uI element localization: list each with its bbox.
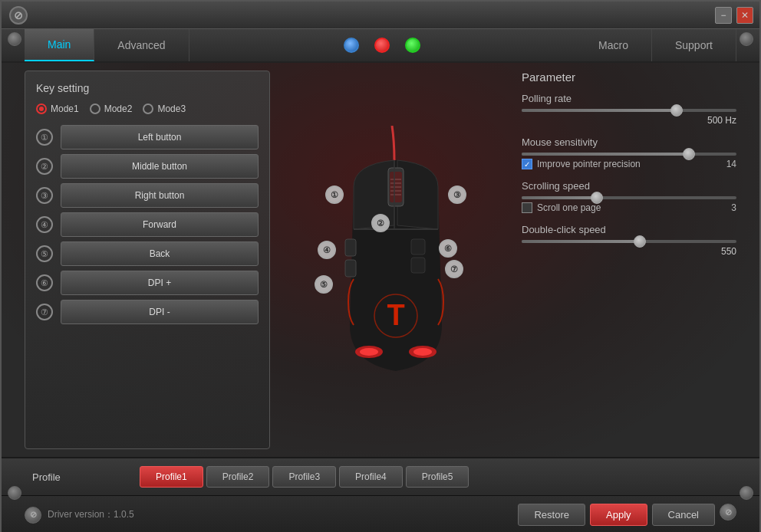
improve-pointer-checkbox[interactable] [522, 159, 532, 169]
scrolling-speed-label: Scrolling speed [522, 180, 736, 192]
tab-support[interactable]: Support [652, 29, 736, 61]
dpi-minus-btn[interactable]: DPI - [61, 300, 259, 324]
screw-tl [8, 32, 21, 46]
scroll-one-page-checkbox[interactable] [522, 202, 532, 213]
nav-dots [189, 29, 575, 61]
sensitivity-thumb[interactable] [683, 148, 695, 160]
dpi-plus-btn[interactable]: DPI + [61, 271, 259, 295]
mode1-label: Mode1 [51, 103, 79, 114]
btn-num-1: ① [36, 129, 53, 146]
mouse-label-6: ⑥ [439, 239, 457, 258]
button-list: ① Left button ② Middle button ③ Right bu… [36, 125, 259, 324]
right-button-btn[interactable]: Right button [61, 183, 259, 208]
footer-buttons: Restore Apply Cancel ⊘ [518, 504, 736, 526]
mouse-label-7: ⑦ [445, 260, 463, 278]
profile3-tab[interactable]: Profile3 [272, 466, 336, 488]
btn-num-4: ④ [36, 216, 53, 233]
button-row-6: ⑥ DPI + [36, 271, 259, 295]
footer-bar: ⊘ Driver version：1.0.5 Restore Apply Can… [2, 495, 759, 532]
center-panel: T ① ② ③ ④ ⑤ ⑥ ⑦ [278, 71, 514, 449]
mouse-label-1: ① [325, 186, 344, 204]
mode2-radio[interactable]: Mode2 [90, 103, 133, 114]
mode2-radio-circle [90, 103, 100, 114]
polling-rate-value: 500 Hz [522, 115, 736, 126]
mode1-radio-circle [36, 103, 47, 114]
profile1-tab[interactable]: Profile1 [140, 466, 203, 488]
window-controls: − ✕ [715, 7, 753, 24]
btn-num-3: ③ [36, 187, 53, 204]
mode2-label: Mode2 [104, 103, 133, 114]
svg-text:T: T [387, 299, 404, 331]
svg-point-14 [360, 348, 378, 356]
btn-num-6: ⑥ [36, 274, 53, 291]
svg-rect-10 [411, 239, 425, 255]
dot-green[interactable] [405, 38, 420, 53]
minimize-button[interactable]: − [715, 7, 732, 24]
profile2-tab[interactable]: Profile2 [206, 466, 270, 488]
double-click-slider[interactable] [522, 240, 736, 243]
double-click-thumb[interactable] [634, 235, 646, 248]
btn-num-5: ⑤ [36, 245, 53, 262]
tab-main[interactable]: Main [25, 29, 94, 61]
sensitivity-slider[interactable] [522, 153, 736, 156]
improve-pointer-label: Improve pointer precision [537, 159, 722, 169]
mode1-radio[interactable]: Mode1 [36, 103, 79, 114]
footer-icon-left: ⊘ [25, 507, 41, 524]
btn-num-2: ② [36, 158, 53, 175]
dot-blue[interactable] [344, 38, 359, 53]
polling-rate-thumb[interactable] [670, 104, 683, 117]
nav-bar: Main Advanced Macro Support [2, 29, 759, 63]
btn-num-7: ⑦ [36, 304, 53, 320]
profile5-tab[interactable]: Profile5 [406, 466, 469, 488]
scrolling-fill [522, 196, 597, 199]
screw-br [740, 486, 753, 500]
footer-icon-right: ⊘ [720, 504, 736, 521]
double-click-label: Double-click speed [522, 224, 736, 235]
mode-row: Mode1 Mode2 Mode3 [36, 103, 259, 114]
button-row-7: ⑦ DPI - [36, 300, 259, 324]
driver-version: Driver version：1.0.5 [48, 508, 134, 521]
sensitivity-slider-row [522, 153, 736, 156]
apply-button[interactable]: Apply [590, 504, 647, 526]
app-icon: ⊘ [9, 6, 28, 25]
button-row-4: ④ Forward [36, 212, 259, 237]
svg-rect-8 [345, 239, 356, 256]
button-row-1: ① Left button [36, 125, 259, 149]
parameter-panel: Parameter Polling rate 500 Hz Mouse sens… [522, 71, 736, 449]
polling-rate-label: Polling rate [522, 93, 736, 104]
tab-advanced[interactable]: Advanced [94, 29, 189, 61]
footer-left: ⊘ Driver version：1.0.5 [25, 507, 134, 524]
mode3-radio[interactable]: Mode3 [143, 103, 186, 114]
mouse-label-2: ② [371, 214, 390, 232]
polling-rate-slider-row [522, 109, 736, 112]
middle-button-btn[interactable]: Middle button [61, 154, 259, 179]
scroll-one-page-value: 3 [731, 202, 736, 213]
svg-rect-9 [345, 260, 356, 277]
forward-btn[interactable]: Forward [61, 212, 259, 237]
scrolling-speed-section: Scrolling speed Scroll one page 3 [522, 180, 736, 213]
cancel-button[interactable]: Cancel [652, 504, 715, 526]
close-button[interactable]: ✕ [736, 7, 753, 24]
dot-red[interactable] [374, 38, 390, 53]
scrolling-thumb[interactable] [591, 192, 603, 204]
profile4-tab[interactable]: Profile4 [339, 466, 403, 488]
mode3-radio-circle [143, 103, 153, 114]
tab-macro[interactable]: Macro [575, 29, 652, 61]
parameter-title: Parameter [522, 71, 736, 84]
scroll-one-page-row: Scroll one page 3 [522, 202, 736, 213]
double-click-fill [522, 240, 640, 243]
restore-button[interactable]: Restore [518, 504, 585, 526]
double-click-value: 550 [522, 246, 736, 257]
back-btn[interactable]: Back [61, 241, 259, 266]
scrolling-slider[interactable] [522, 196, 736, 199]
title-bar: ⊘ − ✕ [2, 2, 759, 29]
profile-tabs: Profile1 Profile2 Profile3 Profile4 Prof… [140, 466, 744, 488]
polling-rate-slider[interactable] [522, 109, 736, 112]
mode3-label: Mode3 [157, 103, 186, 114]
scroll-one-page-label: Scroll one page [537, 202, 726, 213]
button-row-3: ③ Right button [36, 183, 259, 208]
double-click-section: Double-click speed 550 [522, 224, 736, 257]
mouse-sensitivity-section: Mouse sensitivity Improve pointer precis… [522, 136, 736, 169]
left-button-btn[interactable]: Left button [61, 125, 259, 149]
scrolling-slider-row [522, 196, 736, 199]
